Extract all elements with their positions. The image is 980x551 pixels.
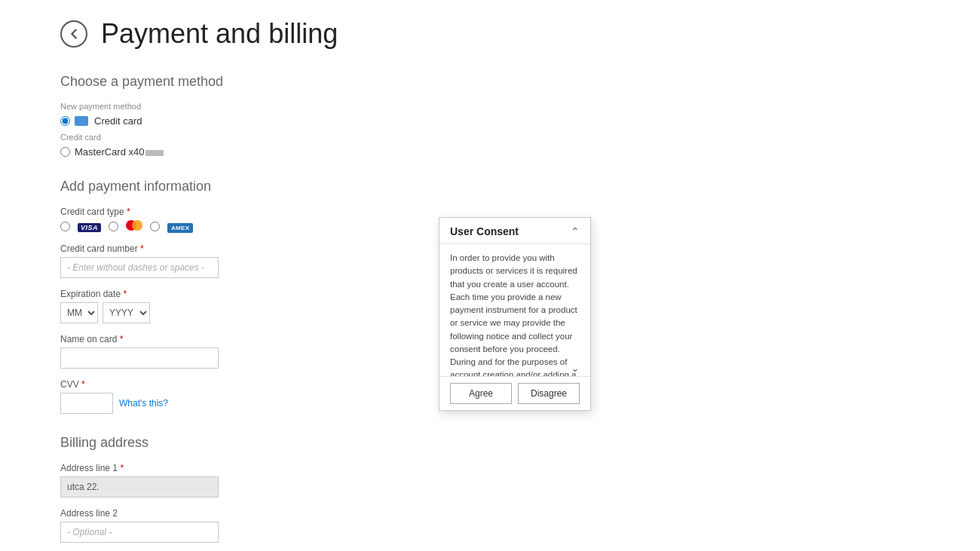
modal-footer: Agree Disagree [439, 376, 590, 410]
month-select[interactable]: MM 010203 040506 070809 101112 [60, 302, 98, 323]
credit-card-radio-row: Credit card [60, 115, 920, 127]
credit-card-label[interactable]: Credit card [94, 115, 142, 127]
address-line2-field: Address line 2 [60, 508, 920, 543]
new-payment-label: New payment method [60, 102, 920, 111]
existing-card-label: Credit card [60, 133, 920, 142]
visa-radio[interactable] [60, 222, 70, 231]
address-line2-input[interactable] [60, 522, 219, 543]
mastercard-type-radio[interactable] [109, 222, 118, 231]
amex-radio[interactable] [150, 222, 160, 231]
address-line1-field: Address line 1 * [60, 463, 920, 497]
agree-button[interactable]: Agree [450, 383, 512, 404]
billing-address-section: Billing address Address line 1 * Address… [60, 435, 920, 551]
disagree-button[interactable]: Disagree [518, 383, 580, 404]
modal-header: User Consent ⌃ [439, 218, 590, 244]
address-line1-label: Address line 1 * [60, 463, 920, 473]
page-title: Payment and billing [101, 18, 338, 50]
page-container: Payment and billing Choose a payment met… [0, 0, 980, 551]
modal-body: In order to provide you with products or… [439, 244, 590, 376]
masked-card-number [145, 150, 164, 156]
mastercard-icon[interactable] [126, 220, 142, 233]
name-on-card-input[interactable] [60, 347, 219, 369]
modal-title: User Consent [450, 225, 519, 237]
cvv-input[interactable] [60, 393, 113, 414]
mastercard-label: MasterCard x40 [75, 146, 164, 158]
address-line2-label: Address line 2 [60, 508, 920, 519]
billing-address-title: Billing address [60, 435, 920, 451]
credit-card-icon [75, 116, 88, 126]
page-header: Payment and billing [60, 18, 920, 50]
mastercard-radio[interactable] [60, 147, 70, 157]
add-payment-title: Add payment information [60, 179, 920, 194]
card-type-label: Credit card type * [60, 207, 920, 217]
year-select[interactable]: YYYY 202420252026 202720282029 203020312… [103, 302, 150, 323]
credit-card-radio[interactable] [60, 116, 70, 126]
what-is-this-link[interactable]: What's this? [119, 398, 168, 409]
modal-collapse-btn[interactable]: ⌃ [571, 226, 580, 237]
mastercard-radio-row: MasterCard x40 [60, 146, 920, 158]
address-line1-input[interactable] [60, 476, 219, 497]
amex-icon[interactable]: AMEX [167, 221, 193, 232]
card-number-input[interactable] [60, 257, 219, 278]
modal-body-text: In order to provide you with products or… [450, 253, 577, 376]
modal-scroll-down-icon[interactable]: ⌄ [571, 360, 580, 376]
choose-payment-title: Choose a payment method [60, 74, 920, 90]
back-button[interactable] [60, 20, 87, 47]
visa-icon[interactable]: VISA [78, 221, 101, 232]
user-consent-modal: User Consent ⌃ In order to provide you w… [439, 217, 591, 411]
choose-payment-section: Choose a payment method New payment meth… [60, 74, 920, 158]
